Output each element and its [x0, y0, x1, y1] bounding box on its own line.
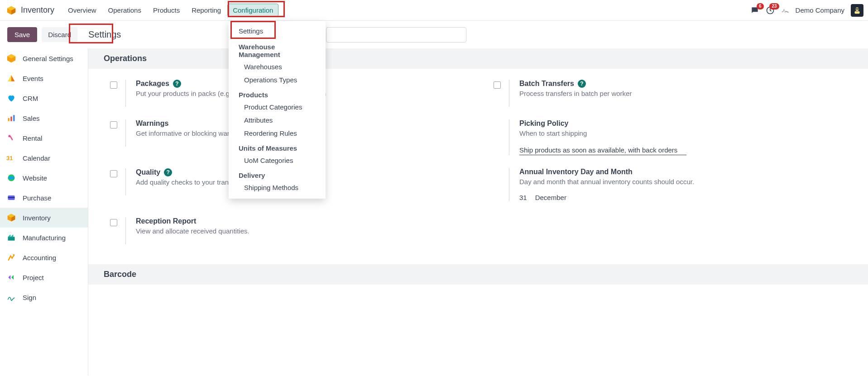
- save-button[interactable]: Save: [7, 27, 37, 42]
- website-icon: [6, 173, 16, 183]
- sidebar-item-general-settings[interactable]: General Settings: [0, 48, 88, 68]
- annual-inventory-month[interactable]: December: [535, 194, 566, 201]
- nav-menu: Overview Operations Products Reporting C…: [62, 4, 278, 17]
- setting-title-label: Quality: [136, 168, 160, 176]
- sidebar-item-label: CRM: [23, 95, 38, 102]
- dropdown-item-attributes[interactable]: Attributes: [229, 114, 326, 127]
- nav-item-reporting[interactable]: Reporting: [186, 4, 226, 17]
- settings-content: Operations Packages? Put your products i…: [88, 48, 868, 376]
- help-icon[interactable]: ?: [164, 168, 172, 176]
- project-icon: [6, 272, 16, 282]
- svg-point-17: [8, 176, 15, 180]
- checkbox-batch-transfers[interactable]: [494, 81, 501, 89]
- svg-rect-10: [8, 118, 10, 121]
- calendar-icon: 31: [6, 153, 16, 163]
- checkbox-packages[interactable]: [110, 81, 117, 89]
- sidebar-item-events[interactable]: Events: [0, 68, 88, 88]
- accounting-icon: [6, 252, 16, 262]
- sidebar-item-crm[interactable]: CRM: [0, 88, 88, 108]
- settings-sidebar: General Settings Events CRM Sales Rental…: [0, 48, 88, 376]
- setting-title-label: Batch Transfers: [519, 80, 574, 88]
- debug-icon[interactable]: [781, 6, 789, 14]
- help-icon[interactable]: ?: [578, 80, 586, 88]
- sidebar-item-project[interactable]: Project: [0, 267, 88, 287]
- sales-icon: [6, 113, 16, 123]
- dropdown-group-delivery: Delivery: [229, 167, 326, 181]
- dropdown-group-products: Products: [229, 86, 326, 100]
- sign-icon: [6, 292, 16, 302]
- messages-badge: 6: [757, 3, 764, 10]
- app-logo-icon[interactable]: [6, 5, 16, 15]
- sidebar-item-purchase[interactable]: Purchase: [0, 188, 88, 208]
- sidebar-item-label: Purchase: [23, 194, 51, 202]
- setting-desc: View and allocate received quantities.: [136, 227, 249, 235]
- setting-picking-policy: Picking Policy When to start shipping Sh…: [494, 113, 859, 162]
- setting-title-label: Packages: [136, 80, 169, 88]
- crm-icon: [6, 93, 16, 103]
- dropdown-group-warehouse: Warehouse Management: [229, 38, 326, 60]
- checkbox-quality[interactable]: [110, 170, 117, 177]
- user-avatar[interactable]: [851, 4, 863, 17]
- company-name[interactable]: Demo Company: [796, 6, 844, 14]
- sidebar-item-sign[interactable]: Sign: [0, 287, 88, 307]
- sidebar-item-rental[interactable]: Rental: [0, 128, 88, 148]
- nav-right: 6 23 Demo Company: [750, 4, 863, 17]
- nav-item-overview[interactable]: Overview: [62, 4, 102, 17]
- configuration-dropdown: Settings Warehouse Management Warehouses…: [229, 21, 326, 199]
- rental-icon: [6, 133, 16, 143]
- svg-rect-19: [8, 197, 15, 198]
- sidebar-item-label: Inventory: [23, 214, 51, 222]
- sidebar-item-label: Calendar: [23, 154, 50, 162]
- sidebar-item-label: Sales: [23, 114, 40, 122]
- setting-annual-inventory: Annual Inventory Day and Month Day and m…: [494, 162, 859, 208]
- control-panel: Save Discard Settings: [0, 21, 868, 48]
- svg-marker-24: [8, 234, 11, 237]
- svg-rect-11: [10, 117, 12, 121]
- messages-icon[interactable]: 6: [750, 6, 759, 15]
- breadcrumb-settings: Settings: [82, 29, 127, 41]
- svg-text:31: 31: [6, 155, 13, 162]
- sidebar-item-website[interactable]: Website: [0, 168, 88, 188]
- dropdown-item-reordering-rules[interactable]: Reordering Rules: [229, 127, 326, 140]
- sidebar-item-inventory[interactable]: Inventory: [0, 208, 88, 228]
- purchase-icon: [6, 193, 16, 203]
- sidebar-item-accounting[interactable]: Accounting: [0, 247, 88, 267]
- sidebar-item-label: Project: [23, 274, 44, 281]
- dropdown-group-uom: Units of Measures: [229, 140, 326, 154]
- manufacturing-icon: [6, 233, 16, 243]
- settings-search-input[interactable]: [326, 27, 466, 43]
- checkbox-warnings[interactable]: [110, 121, 117, 129]
- setting-desc: Process transfers in batch per worker: [519, 90, 632, 97]
- dropdown-item-settings[interactable]: Settings: [229, 24, 326, 38]
- dropdown-item-product-categories[interactable]: Product Categories: [229, 100, 326, 114]
- setting-desc: Day and month that annual inventory coun…: [519, 178, 694, 186]
- setting-title-label: Annual Inventory Day and Month: [519, 168, 633, 176]
- activities-badge: 23: [769, 3, 779, 10]
- sidebar-item-sales[interactable]: Sales: [0, 108, 88, 128]
- discard-button[interactable]: Discard: [42, 27, 77, 42]
- dropdown-item-warehouses[interactable]: Warehouses: [229, 60, 326, 73]
- annual-inventory-day[interactable]: 31: [519, 194, 527, 201]
- setting-title-label: Picking Policy: [519, 119, 568, 128]
- setting-title-label: Reception Report: [136, 217, 196, 225]
- gear-icon: [6, 53, 16, 63]
- dropdown-item-shipping-methods[interactable]: Shipping Methods: [229, 181, 326, 194]
- section-header-operations: Operations: [88, 48, 868, 69]
- nav-item-products[interactable]: Products: [148, 4, 185, 17]
- sidebar-item-manufacturing[interactable]: Manufacturing: [0, 228, 88, 247]
- picking-policy-select[interactable]: Ship products as soon as available, with…: [519, 145, 686, 155]
- nav-item-operations[interactable]: Operations: [103, 4, 147, 17]
- activities-icon[interactable]: 23: [766, 6, 775, 15]
- dropdown-item-uom-categories[interactable]: UoM Categories: [229, 154, 326, 167]
- dropdown-item-operations-types[interactable]: Operations Types: [229, 73, 326, 86]
- checkbox-reception-report[interactable]: [110, 219, 117, 226]
- nav-item-configuration[interactable]: Configuration: [227, 4, 278, 17]
- help-icon[interactable]: ?: [173, 80, 181, 88]
- setting-title-label: Warnings: [136, 119, 168, 128]
- setting-reception-report: Reception Report View and allocate recei…: [110, 211, 475, 251]
- sidebar-item-calendar[interactable]: 31 Calendar: [0, 148, 88, 168]
- app-title[interactable]: Inventory: [21, 5, 54, 15]
- sidebar-item-label: Manufacturing: [23, 234, 66, 242]
- events-icon: [6, 73, 16, 83]
- svg-rect-12: [13, 115, 14, 121]
